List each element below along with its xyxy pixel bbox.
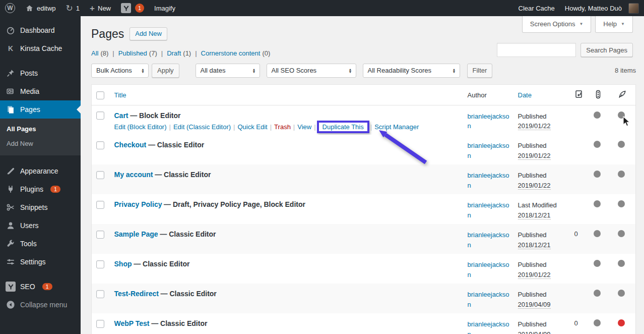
row-checkbox[interactable]	[96, 112, 104, 120]
date-cell: Published2019/01/22	[513, 164, 569, 194]
page-title-link[interactable]: Cart	[114, 112, 128, 120]
title-cell: Privacy Policy — Draft, Privacy Policy P…	[109, 194, 463, 224]
incoming-links-cell	[569, 164, 589, 194]
wordpress-logo-icon: W	[5, 3, 15, 13]
select-arrows-icon: ▲▼	[252, 68, 256, 73]
row-checkbox[interactable]	[96, 290, 104, 298]
row-action-trash[interactable]: Trash	[274, 123, 291, 131]
sidebar-item-appearance[interactable]: Appearance	[0, 162, 81, 180]
sidebar-item-plugins[interactable]: Plugins1	[0, 180, 81, 198]
row-checkbox[interactable]	[96, 231, 104, 239]
readability-score-cell	[613, 164, 636, 194]
seo-score-dot	[594, 171, 601, 178]
sidebar-item-label: SEO	[20, 283, 35, 291]
view-filter-link[interactable]: Published	[118, 49, 147, 57]
column-incoming-links	[569, 84, 589, 105]
admin-bar-item-my-account[interactable]: Howdy, Matteo Duò	[560, 0, 644, 16]
page-title-link[interactable]: Sample Page	[114, 230, 158, 238]
filter-button[interactable]: Filter	[467, 64, 493, 78]
page-title-link[interactable]: Shop	[114, 260, 132, 268]
seo-score-dot	[594, 230, 601, 237]
readability-scores-filter-select[interactable]: All Readability Scores ▲▼	[363, 64, 460, 78]
sidebar-item-seo[interactable]: SEO1	[0, 277, 81, 296]
sidebar-item-settings[interactable]: Settings	[0, 253, 81, 271]
view-filter-link[interactable]: Draft	[167, 49, 181, 57]
admin-bar-item-seo-notifications[interactable]: 1	[116, 0, 149, 16]
post-state: — Classic Editor	[160, 230, 216, 238]
submenu-item-all-pages[interactable]: All Pages	[0, 122, 81, 136]
page-title-link[interactable]: Test-Redirect	[114, 290, 159, 298]
row-actions: Edit (Block Editor)|Edit (Classic Editor…	[114, 123, 461, 131]
page-title-link[interactable]: My account	[114, 171, 153, 179]
admin-bar-item-imagify[interactable]: Imagify	[149, 0, 180, 16]
row-action-duplicate-this[interactable]: Duplicate This	[323, 123, 364, 131]
sidebar-item-snippets[interactable]: Snippets	[0, 198, 81, 216]
sidebar-item-dashboard[interactable]: Dashboard	[0, 21, 81, 39]
row-checkbox[interactable]	[96, 201, 104, 209]
select-all-checkbox[interactable]	[96, 91, 104, 99]
seo-icon	[6, 282, 16, 292]
admin-bar-item-site-name[interactable]: editwp	[20, 0, 61, 16]
view-filter-link[interactable]: All	[91, 49, 98, 57]
row-checkbox[interactable]	[96, 260, 104, 268]
help-button[interactable]: Help ▼	[595, 16, 633, 33]
separator: |	[370, 123, 372, 131]
sidebar-item-label: Settings	[20, 258, 46, 266]
readability-score-dot	[618, 141, 625, 148]
view-filter-link[interactable]: Cornerstone content	[201, 49, 261, 57]
search-input[interactable]	[497, 43, 576, 57]
sidebar-item-kinsta-cache[interactable]: KKinsta Cache	[0, 39, 81, 58]
row-checkbox[interactable]	[96, 320, 104, 328]
author-link[interactable]: brianleejackson	[468, 141, 511, 160]
page-title-link[interactable]: WebP Test	[114, 319, 150, 327]
admin-bar-item-new-content[interactable]: +New	[85, 0, 116, 16]
row-checkbox[interactable]	[96, 141, 104, 149]
author-link[interactable]: brianleejackson	[468, 230, 511, 250]
page-title-link[interactable]: Privacy Policy	[114, 200, 162, 208]
view-filter-draft: Draft(1)	[167, 49, 191, 57]
dates-filter-select[interactable]: All dates ▲▼	[196, 64, 260, 78]
submenu-item-add-new[interactable]: Add New	[0, 136, 81, 151]
sidebar-item-media[interactable]: Media	[0, 82, 81, 100]
search-pages-button[interactable]: Search Pages	[581, 43, 633, 57]
separator: |	[169, 123, 171, 131]
sidebar-item-users[interactable]: Users	[0, 216, 81, 235]
admin-bar-item-wordpress-logo[interactable]: W	[0, 0, 20, 16]
seo-score-dot	[594, 290, 601, 297]
author-link[interactable]: brianleejackson	[468, 290, 511, 309]
add-new-button[interactable]: Add New	[130, 27, 167, 40]
table-row: Sample Page — Classic Editorbrianleejack…	[92, 224, 636, 254]
readability-score-cell	[613, 313, 636, 334]
row-action-script-manager[interactable]: Script Manager	[374, 123, 419, 131]
apply-button[interactable]: Apply	[152, 64, 179, 78]
sidebar-item-posts[interactable]: Posts	[0, 64, 81, 82]
bulk-actions-select[interactable]: Bulk Actions ▲▼	[91, 64, 149, 78]
sidebar-item-collapse[interactable]: Collapse menu	[0, 296, 81, 314]
author-link[interactable]: brianleejackson	[468, 171, 511, 190]
annotation-highlight-box: Duplicate This	[317, 121, 369, 133]
author-link[interactable]: brianleejackson	[468, 112, 511, 131]
page-title-link[interactable]: Checkout	[114, 141, 147, 149]
seo-score-cell	[589, 164, 613, 194]
admin-bar-item-updates[interactable]: ↻1	[61, 0, 85, 16]
row-checkbox[interactable]	[96, 171, 104, 179]
author-link[interactable]: brianleejackson	[468, 260, 511, 280]
column-title[interactable]: Title	[109, 84, 463, 105]
screen-options-button[interactable]: Screen Options ▼	[522, 16, 592, 33]
sidebar-item-tools[interactable]: Tools	[0, 235, 81, 253]
table-header-row: Title Author Date	[92, 84, 636, 105]
select-arrows-icon: ▲▼	[453, 68, 456, 73]
row-action-view[interactable]: View	[297, 123, 311, 131]
post-state: — Block Editor	[130, 112, 180, 120]
author-link[interactable]: brianleejackson	[468, 319, 511, 334]
view-filter-count: (7)	[149, 49, 157, 57]
sidebar-item-pages[interactable]: Pages	[0, 100, 81, 119]
column-date[interactable]: Date	[513, 84, 569, 105]
row-action-edit-block-editor-[interactable]: Edit (Block Editor)	[114, 123, 167, 131]
admin-bar-item-clear-cache[interactable]: Clear Cache	[513, 0, 560, 16]
sidebar-item-label: Pages	[20, 105, 40, 114]
seo-scores-filter-select[interactable]: All SEO Scores ▲▼	[267, 64, 356, 78]
author-link[interactable]: brianleejackson	[468, 200, 511, 220]
row-action-quick-edit[interactable]: Quick Edit	[237, 123, 267, 131]
row-action-edit-classic-editor-[interactable]: Edit (Classic Editor)	[173, 123, 231, 131]
